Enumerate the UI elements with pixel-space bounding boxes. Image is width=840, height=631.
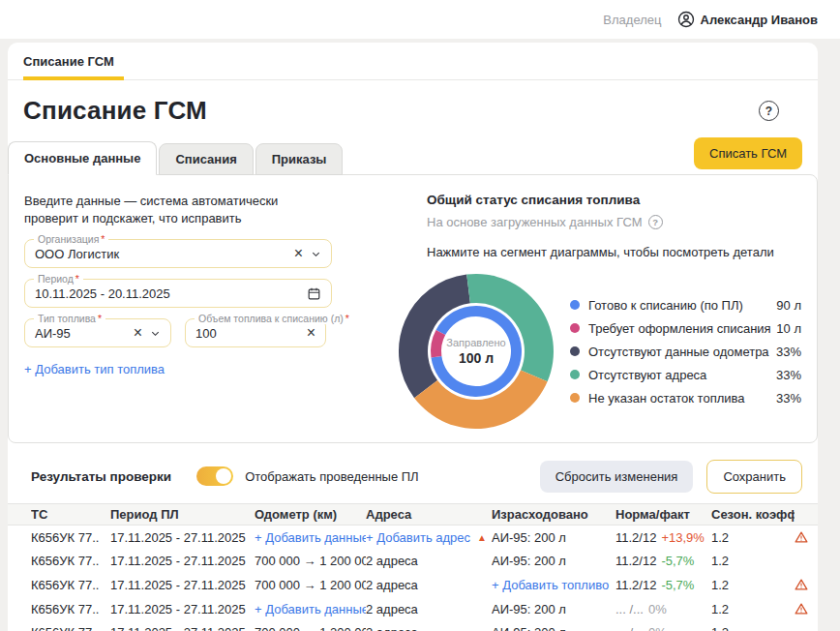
warning-triangle-icon: ▲ [477,532,487,543]
addresses-link[interactable]: 2 адреса [366,602,418,616]
chevron-down-icon[interactable] [150,328,161,339]
clear-icon[interactable]: × [307,325,315,341]
legend-value: 90 л [776,298,801,313]
table-header: ТСПериод ПЛОдометр (км)АдресаИзрасходова… [8,503,818,526]
legend-label: Отсутствуют данные одометра [588,345,769,359]
season-coeff-cell: 1.2 [711,602,795,616]
column-header: ТС [31,507,110,522]
column-header: Одометр (км) [255,507,366,522]
add-fuel-type-link[interactable]: + Добавить тип топлива [24,362,165,376]
table-row: К656УК 77..17.11.2025 - 27.11.2025700 00… [8,550,818,574]
main-data-panel: Введите данные — система автоматически п… [8,174,818,443]
legend-dot [570,323,580,333]
organization-field[interactable]: Организация* ООО Логистик × [24,239,332,268]
volume-field[interactable]: Объем топлива к списанию (л)* 100 × [185,318,326,347]
chart-row: Заправлено 100 л Готово к списанию (по П… [394,269,801,434]
toggle-label: Отображать проведенные ПЛ [245,469,418,484]
chart-legend: Готово к списанию (по ПЛ)90 лТребует офо… [570,293,801,409]
clear-icon[interactable]: × [134,325,142,341]
odometer-value: 700 000 → 1 200 000 [255,578,366,592]
organization-value: ООО Логистик [35,247,294,261]
legend-label: Требует оформления списания [588,321,771,336]
season-coeff-cell: 1.2 [711,625,795,631]
volume-value: 100 [195,326,307,341]
table-row: К656УК 77..17.11.2025 - 27.11.2025+ Доба… [8,526,818,550]
legend-value: 33% [776,368,801,382]
tab-main-data[interactable]: Основные данные [8,141,157,175]
chart-subtitle: На основе загруженных данных ГСМ [427,215,643,229]
consumed-value: АИ-95: 200 л [492,625,566,631]
chevron-down-icon[interactable] [311,249,321,259]
legend-item[interactable]: Не указан остаток топлива33% [570,386,801,409]
vehicle-cell: К656УК 77.. [31,530,110,545]
tab-write-offs[interactable]: Списания [159,143,253,175]
table-row: К656УК 77..17.11.2025 - 27.11.2025700 00… [8,620,818,631]
organization-label: Организация* [34,233,108,245]
column-header: Израсходовано [492,507,615,522]
legend-label: Отсутствуют адреса [588,368,706,382]
legend-item[interactable]: Готово к списанию (по ПЛ)90 л [570,293,801,316]
addresses-link[interactable]: 2 адреса [366,554,418,568]
title-row: Списание ГСМ ? [8,80,818,135]
results-toolbar: Результаты проверки Отображать проведенн… [8,459,818,494]
save-button[interactable]: Сохранить [706,460,802,494]
donut-chart[interactable]: Заправлено 100 л [394,269,558,434]
period-field[interactable]: Период* 10.11.2025 - 20.11.2025 [24,279,332,308]
legend-item[interactable]: Отсутствуют данные одометра33% [570,340,801,363]
page-title: Списание ГСМ [23,96,207,126]
chart-help-icon[interactable]: ? [648,215,663,229]
tab-orders[interactable]: Приказы [255,143,344,175]
legend-item[interactable]: Требует оформления списания10 л [570,316,801,340]
chart-column: Общий статус списания топлива На основе … [427,193,801,436]
results-title: Результаты проверки [31,469,171,484]
period-cell: 17.11.2025 - 27.11.2025 [110,578,255,592]
consumed-value: АИ-95: 200 л [492,554,566,568]
reset-button[interactable]: Сбросить изменения [540,461,694,493]
norm-fact-cell: 11.2/12-5,7% [615,578,711,592]
legend-item[interactable]: Отсутствуют адреса33% [570,363,801,386]
write-off-button[interactable]: Списать ГСМ [694,137,802,169]
season-coeff-cell: 1.2 [711,530,795,545]
row-warning-cell [795,602,818,616]
odometer-add-link[interactable]: + Добавить данные [255,530,366,545]
odometer-add-link[interactable]: + Добавить данные [255,602,366,616]
consumed-value: АИ-95: 200 л [492,602,566,616]
show-processed-toggle[interactable] [196,466,233,486]
row-warning-cell [795,578,818,591]
user-menu[interactable]: Александр Иванов [677,11,819,28]
user-icon [677,11,695,28]
legend-label: Не указан остаток топлива [588,391,745,406]
period-cell: 17.11.2025 - 27.11.2025 [110,530,255,545]
addresses-add-link[interactable]: + Добавить адрес [366,530,470,545]
legend-dot [570,346,580,356]
vehicle-cell: К656УК 77.. [31,578,110,592]
period-cell: 17.11.2025 - 27.11.2025 [110,625,255,631]
chart-hint: Нажмите на сегмент диаграммы, чтобы посм… [427,245,801,259]
vehicle-cell: К656УК 77.. [31,554,110,568]
addresses-link[interactable]: 2 адреса [366,625,418,631]
clear-icon[interactable]: × [294,246,303,261]
addresses-link[interactable]: 2 адреса [366,578,418,592]
vehicle-cell: К656УК 77.. [31,625,110,631]
odometer-value: 700 000 → 1 200 000 [255,554,366,568]
page-tab-active[interactable]: Списание ГСМ [23,54,124,80]
results-table-body: К656УК 77..17.11.2025 - 27.11.2025+ Доба… [8,526,818,631]
page-help-icon[interactable]: ? [759,101,779,121]
column-header: Адреса [366,507,492,522]
user-role-label: Владелец [603,13,661,27]
consumed-add-link[interactable]: + Добавить топливо [492,578,609,592]
fuel-type-field[interactable]: Тип топлива* АИ-95 × [24,318,171,347]
period-cell: 17.11.2025 - 27.11.2025 [110,554,255,568]
norm-fact-cell: ... /...0% [615,602,711,616]
form-intro: Введите данные — система автоматически п… [24,193,332,227]
calendar-icon[interactable] [307,286,321,301]
norm-fact-cell: ... /...0% [615,625,711,631]
donut-svg [394,269,558,434]
norm-fact-cell: 11.2/12+13,9% [615,530,711,545]
main-card: Списание ГСМ Списание ГСМ ? Основные дан… [8,43,818,631]
season-coeff-cell: 1.2 [711,578,795,592]
legend-dot [570,393,580,403]
legend-value: 33% [776,391,801,406]
vehicle-cell: К656УК 77.. [31,602,110,616]
fuel-type-value: АИ-95 [35,326,134,341]
